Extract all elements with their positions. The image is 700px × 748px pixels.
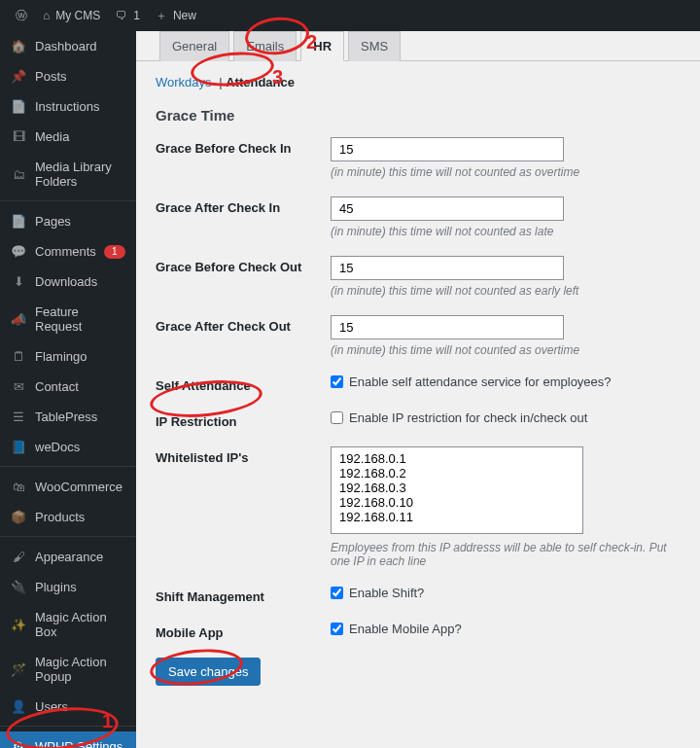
input-grace-after-checkout[interactable] (331, 315, 564, 339)
sidebar-item-feature-request[interactable]: 📣Feature Request (0, 297, 136, 341)
menu-icon: 🪄 (10, 662, 27, 677)
label-grace-before-checkin: Grace Before Check In (156, 137, 331, 156)
sidebar-item-plugins[interactable]: 🔌Plugins (0, 572, 136, 602)
tab-hr[interactable]: HR (300, 31, 344, 61)
help-grace-after-checkin: (in minute) this time will not counted a… (331, 225, 681, 238)
sidebar-item-downloads[interactable]: ⬇Downloads (0, 267, 136, 297)
menu-icon: ⬇ (10, 274, 27, 289)
menu-icon: 🔌 (10, 580, 27, 594)
tab-general[interactable]: General (159, 31, 229, 61)
input-grace-after-checkin[interactable] (331, 196, 564, 221)
menu-icon: 🎞 (10, 129, 27, 144)
checkbox-shift-management[interactable] (331, 587, 343, 599)
menu-label: Users (35, 699, 68, 714)
input-grace-before-checkin[interactable] (331, 137, 564, 161)
plus-icon: ＋ (156, 8, 167, 24)
top-tabs: GeneralEmailsHRSMS (136, 31, 700, 61)
admin-bar: ⓦ ⌂My CMS 🗨1 ＋New (0, 0, 700, 31)
menu-label: Contact (35, 379, 79, 394)
menu-icon: 📘 (10, 440, 27, 454)
sidebar-item-dashboard[interactable]: 🏠Dashboard (0, 31, 136, 61)
menu-label: Instructions (35, 99, 99, 114)
menu-label: Flamingo (35, 349, 87, 364)
site-home-link[interactable]: ⌂My CMS (35, 0, 108, 31)
menu-icon: 📦 (10, 510, 27, 524)
sidebar-item-woocommerce[interactable]: 🛍WooCommerce (0, 472, 136, 502)
sidebar-item-magic-action-popup[interactable]: 🪄Magic Action Popup (0, 647, 136, 692)
menu-label: Media (35, 129, 69, 144)
help-grace-after-checkout: (in minute) this time will not counted a… (331, 343, 681, 357)
menu-label: Magic Action Popup (35, 655, 126, 684)
menu-label: TablePress (35, 410, 97, 424)
tab-emails[interactable]: Emails (233, 31, 297, 61)
sidebar-item-media-library-folders[interactable]: 🗂Media Library Folders (0, 152, 136, 196)
sub-tabs: Workdays | Attendance (156, 69, 681, 93)
sidebar-item-flamingo[interactable]: 🗒Flamingo (0, 341, 136, 372)
menu-label: Feature Request (35, 304, 126, 334)
comment-icon: 🗨 (116, 9, 127, 22)
label-shift-management: Shift Management (156, 586, 331, 604)
menu-icon: 📄 (10, 214, 27, 229)
menu-label: WPHR Settings (35, 739, 122, 748)
menu-icon: 🏠 (10, 39, 27, 53)
menu-label: weDocs (35, 440, 80, 454)
menu-icon: 📌 (10, 69, 27, 84)
menu-label: Magic Action Box (35, 610, 126, 639)
save-button[interactable]: Save changes (156, 658, 261, 686)
checkbox-self-attendance-label: Enable self attendance service for emplo… (349, 374, 612, 389)
checkbox-ip-restriction[interactable] (331, 411, 343, 424)
menu-badge: 1 (104, 245, 125, 259)
checkbox-ip-restriction-wrap[interactable]: Enable IP restriction for check in/check… (331, 410, 681, 425)
menu-icon: ✨ (10, 618, 27, 632)
menu-icon: 🛍 (10, 480, 27, 494)
label-mobile-app: Mobile App (156, 622, 331, 640)
checkbox-shift-wrap[interactable]: Enable Shift? (331, 586, 681, 600)
checkbox-self-attendance[interactable] (331, 375, 343, 388)
label-grace-after-checkout: Grace After Check Out (156, 315, 331, 334)
menu-icon: 🗂 (10, 167, 27, 182)
menu-label: Media Library Folders (35, 160, 126, 189)
sidebar-item-appearance[interactable]: 🖌Appearance (0, 542, 136, 572)
checkbox-mobile-wrap[interactable]: Enable Mobile App? (331, 622, 681, 636)
textarea-whitelisted-ips[interactable] (331, 446, 583, 534)
help-grace-before-checkin: (in minute) this time will not counted a… (331, 165, 681, 179)
sidebar-item-pages[interactable]: 📄Pages (0, 206, 136, 236)
section-title: Grace Time (156, 107, 681, 124)
sidebar-item-wedocs[interactable]: 📘weDocs (0, 432, 136, 462)
menu-icon: 📄 (10, 99, 27, 114)
admin-sidebar: 🏠Dashboard📌Posts📄Instructions🎞Media🗂Medi… (0, 31, 136, 748)
menu-label: Downloads (35, 274, 97, 289)
sidebar-item-comments[interactable]: 💬Comments1 (0, 236, 136, 267)
menu-icon: 📣 (10, 312, 27, 327)
sidebar-item-instructions[interactable]: 📄Instructions (0, 91, 136, 122)
sidebar-item-users[interactable]: 👤Users (0, 692, 136, 722)
new-label: New (173, 9, 196, 22)
sidebar-item-contact[interactable]: ✉Contact (0, 372, 136, 402)
subtab-workdays[interactable]: Workdays (156, 75, 212, 89)
tab-sms[interactable]: SMS (348, 31, 401, 61)
menu-icon: ☰ (10, 410, 27, 424)
sidebar-item-products[interactable]: 📦Products (0, 502, 136, 532)
wp-logo[interactable]: ⓦ (8, 0, 35, 31)
admin-comments-link[interactable]: 🗨1 (108, 0, 148, 31)
label-self-attendance: Self Attendance (156, 374, 331, 393)
sidebar-item-tablepress[interactable]: ☰TablePress (0, 402, 136, 432)
help-grace-before-checkout: (in minute) this time will not counted a… (331, 284, 681, 298)
sidebar-item-magic-action-box[interactable]: ✨Magic Action Box (0, 602, 136, 647)
label-grace-before-checkout: Grace Before Check Out (156, 256, 331, 274)
subtab-attendance[interactable]: Attendance (226, 75, 295, 89)
sidebar-item-wphr-settings[interactable]: ⚙WPHR Settings (0, 731, 136, 748)
checkbox-shift-label: Enable Shift? (349, 586, 424, 600)
input-grace-before-checkout[interactable] (331, 256, 564, 280)
checkbox-self-attendance-wrap[interactable]: Enable self attendance service for emplo… (331, 374, 681, 389)
menu-icon: 👤 (10, 699, 27, 714)
menu-icon: 🖌 (10, 550, 27, 564)
sidebar-item-posts[interactable]: 📌Posts (0, 61, 136, 91)
menu-icon: 🗒 (10, 349, 27, 364)
checkbox-mobile-app[interactable] (331, 623, 343, 635)
sidebar-item-media[interactable]: 🎞Media (0, 122, 136, 152)
label-ip-restriction: IP Restriction (156, 410, 331, 429)
home-icon: ⌂ (43, 9, 50, 22)
new-content-link[interactable]: ＋New (148, 0, 204, 31)
site-title: My CMS (55, 9, 100, 22)
